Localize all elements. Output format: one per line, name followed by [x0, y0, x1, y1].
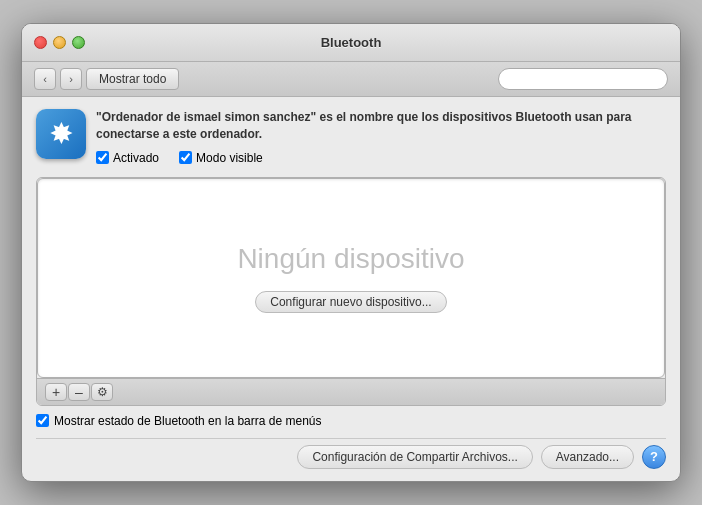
toolbar: ‹ › Mostrar todo 🔍: [22, 62, 680, 97]
activado-checkbox[interactable]: [96, 151, 109, 164]
bottom-bar: Mostrar estado de Bluetooth en la barra …: [36, 414, 666, 428]
minimize-button[interactable]: [53, 36, 66, 49]
close-button[interactable]: [34, 36, 47, 49]
modo-visible-checkbox[interactable]: [179, 151, 192, 164]
device-list: Ningún dispositivo Configurar nuevo disp…: [37, 178, 665, 378]
window: Bluetooth ‹ › Mostrar todo 🔍 ✸ "Ordenado…: [21, 23, 681, 482]
device-settings-button[interactable]: ⚙: [91, 383, 113, 401]
search-wrapper: 🔍: [498, 68, 668, 90]
activado-checkbox-label[interactable]: Activado: [96, 151, 159, 165]
show-status-label[interactable]: Mostrar estado de Bluetooth en la barra …: [36, 414, 322, 428]
bluetooth-icon: ✸: [36, 109, 86, 159]
checkboxes: Activado Modo visible: [96, 151, 666, 165]
titlebar: Bluetooth: [22, 24, 680, 62]
add-device-button[interactable]: +: [45, 383, 67, 401]
info-description: "Ordenador de ismael simon sanchez" es e…: [96, 109, 666, 143]
show-status-text: Mostrar estado de Bluetooth en la barra …: [54, 414, 322, 428]
footer: Configuración de Compartir Archivos... A…: [36, 438, 666, 469]
traffic-lights: [34, 36, 85, 49]
configure-new-device-button[interactable]: Configurar nuevo dispositivo...: [255, 291, 446, 313]
config-share-button[interactable]: Configuración de Compartir Archivos...: [297, 445, 532, 469]
toolbar-left: ‹ › Mostrar todo: [34, 68, 179, 90]
info-text-block: "Ordenador de ismael simon sanchez" es e…: [96, 109, 666, 165]
window-title: Bluetooth: [321, 35, 382, 50]
maximize-button[interactable]: [72, 36, 85, 49]
info-bar: ✸ "Ordenador de ismael simon sanchez" es…: [36, 109, 666, 165]
help-button[interactable]: ?: [642, 445, 666, 469]
no-device-text: Ningún dispositivo: [237, 243, 464, 275]
modo-visible-checkbox-label[interactable]: Modo visible: [179, 151, 263, 165]
content-area: ✸ "Ordenador de ismael simon sanchez" es…: [22, 97, 680, 481]
remove-device-button[interactable]: –: [68, 383, 90, 401]
forward-button[interactable]: ›: [60, 68, 82, 90]
computer-name: "Ordenador de ismael simon sanchez": [96, 110, 316, 124]
back-button[interactable]: ‹: [34, 68, 56, 90]
activado-label: Activado: [113, 151, 159, 165]
show-status-checkbox[interactable]: [36, 414, 49, 427]
modo-visible-label: Modo visible: [196, 151, 263, 165]
bluetooth-symbol: ✸: [50, 119, 72, 150]
show-all-button[interactable]: Mostrar todo: [86, 68, 179, 90]
advanced-button[interactable]: Avanzado...: [541, 445, 634, 469]
search-input[interactable]: [498, 68, 668, 90]
device-list-container: Ningún dispositivo Configurar nuevo disp…: [36, 177, 666, 406]
device-toolbar: + – ⚙: [37, 378, 665, 405]
